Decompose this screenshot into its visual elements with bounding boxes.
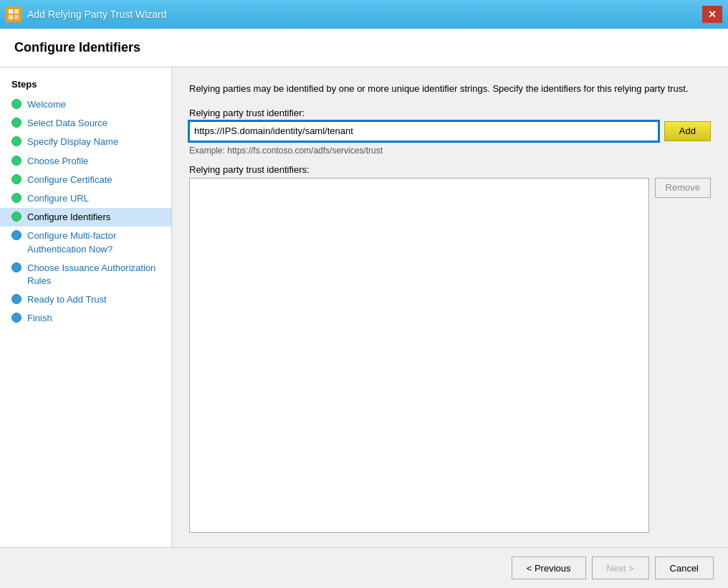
- footer: < Previous Next > Cancel: [0, 547, 728, 588]
- step-label-finish: Finish: [27, 312, 52, 325]
- sidebar-item-select-data-source[interactable]: Select Data Source: [0, 114, 171, 133]
- sidebar-item-configure-url[interactable]: Configure URL: [0, 189, 171, 208]
- window-title: Add Relying Party Trust Wizard: [27, 9, 167, 20]
- add-button[interactable]: Add: [664, 121, 711, 141]
- svg-rect-0: [9, 9, 13, 14]
- step-dot-choose-issuance: [11, 262, 21, 272]
- description-text: Relying parties may be identified by one…: [189, 82, 711, 96]
- right-panel: Relying parties may be identified by one…: [172, 67, 728, 547]
- svg-rect-2: [9, 15, 13, 19]
- svg-rect-1: [14, 9, 19, 14]
- title-bar: Add Relying Party Trust Wizard ✕: [0, 0, 728, 29]
- sidebar-item-specify-display-name[interactable]: Specify Display Name: [0, 133, 171, 151]
- step-dot-configure-url: [11, 193, 21, 203]
- cancel-button[interactable]: Cancel: [655, 556, 714, 579]
- main-content: Configure Identifiers Steps WelcomeSelec…: [0, 29, 728, 588]
- page-title: Configure Identifiers: [14, 40, 714, 55]
- step-label-configure-url: Configure URL: [27, 192, 89, 205]
- sidebar-item-configure-multifactor[interactable]: Configure Multi-factor Authentication No…: [0, 227, 171, 258]
- sidebar-item-configure-identifiers[interactable]: Configure Identifiers: [0, 208, 171, 227]
- remove-button[interactable]: Remove: [655, 178, 711, 198]
- step-dot-ready-to-add: [11, 294, 21, 304]
- svg-rect-3: [14, 15, 19, 19]
- example-text: Example: https://fs.contoso.com/adfs/ser…: [189, 146, 711, 156]
- step-label-configure-certificate: Configure Certificate: [27, 174, 112, 186]
- step-dot-configure-identifiers: [11, 212, 21, 222]
- step-label-choose-issuance: Choose Issuance Authorization Rules: [27, 262, 160, 288]
- sidebar-item-choose-profile[interactable]: Choose Profile: [0, 152, 171, 171]
- sidebar-item-choose-issuance[interactable]: Choose Issuance Authorization Rules: [0, 259, 171, 290]
- app-icon: [6, 6, 21, 22]
- previous-button[interactable]: < Previous: [512, 556, 586, 579]
- page-header: Configure Identifiers: [0, 29, 728, 67]
- sidebar-header: Steps: [0, 79, 171, 95]
- step-label-configure-multifactor: Configure Multi-factor Authentication No…: [27, 229, 160, 255]
- identifiers-listbox[interactable]: [189, 178, 649, 534]
- sidebar-items: WelcomeSelect Data SourceSpecify Display…: [0, 95, 171, 328]
- sidebar-item-configure-certificate[interactable]: Configure Certificate: [0, 171, 171, 189]
- step-label-specify-display-name: Specify Display Name: [27, 136, 118, 148]
- identifiers-area-row: Remove: [189, 178, 711, 534]
- step-label-ready-to-add: Ready to Add Trust: [27, 293, 107, 306]
- identifier-input[interactable]: [189, 121, 658, 141]
- sidebar-item-finish[interactable]: Finish: [0, 309, 171, 328]
- trust-identifier-label: Relying party trust identifier:: [189, 108, 711, 118]
- step-dot-finish: [11, 313, 21, 323]
- close-button[interactable]: ✕: [702, 6, 722, 23]
- step-dot-select-data-source: [11, 118, 21, 128]
- step-dot-choose-profile: [11, 156, 21, 166]
- step-label-choose-profile: Choose Profile: [27, 155, 88, 168]
- identifiers-label: Relying party trust identifiers:: [189, 164, 711, 175]
- sidebar: Steps WelcomeSelect Data SourceSpecify D…: [0, 67, 172, 547]
- wizard-window: Add Relying Party Trust Wizard ✕ Configu…: [0, 0, 728, 588]
- step-label-select-data-source: Select Data Source: [27, 117, 107, 130]
- sidebar-item-ready-to-add[interactable]: Ready to Add Trust: [0, 290, 171, 309]
- sidebar-item-welcome[interactable]: Welcome: [0, 95, 171, 114]
- step-label-configure-identifiers: Configure Identifiers: [27, 211, 110, 224]
- identifier-input-row: Add: [189, 121, 711, 141]
- step-label-welcome: Welcome: [27, 98, 66, 111]
- step-dot-welcome: [11, 99, 21, 109]
- content-area: Steps WelcomeSelect Data SourceSpecify D…: [0, 67, 728, 547]
- step-dot-configure-multifactor: [11, 230, 21, 240]
- next-button[interactable]: Next >: [592, 556, 649, 579]
- step-dot-specify-display-name: [11, 136, 21, 146]
- step-dot-configure-certificate: [11, 174, 21, 184]
